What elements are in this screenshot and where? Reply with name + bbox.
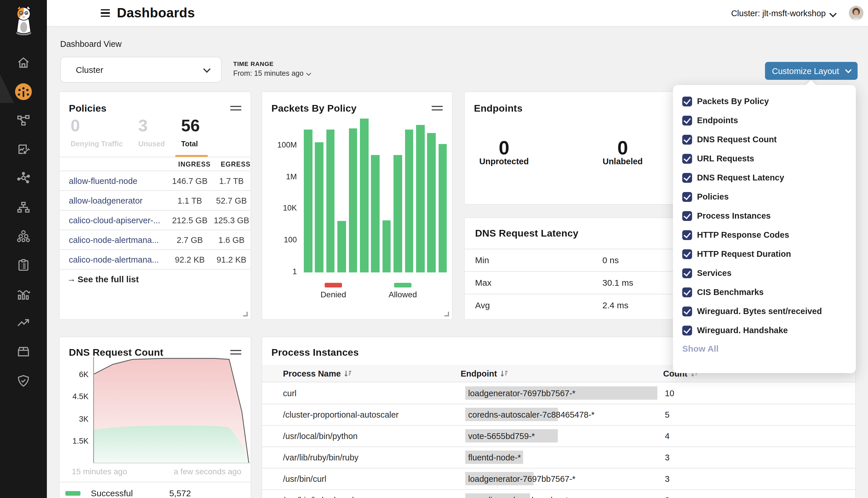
dropdown-item-label: URL Requests <box>697 154 754 163</box>
avatar[interactable] <box>849 6 863 20</box>
shield-check-icon[interactable] <box>17 374 30 388</box>
ingress-value: 146.7 GB <box>172 176 208 186</box>
dropdown-item[interactable]: Wireguard. Bytes sent/received <box>682 306 822 316</box>
checkbox-checked-icon[interactable] <box>682 96 692 106</box>
checkbox-checked-icon[interactable] <box>682 135 692 144</box>
latency-label: Avg <box>475 300 490 310</box>
dropdown-item[interactable]: HTTP Response Codes <box>682 230 789 240</box>
endpoint-value: loadgenerator-7697bb7567-* <box>468 389 575 398</box>
network-graph-icon[interactable] <box>17 172 30 185</box>
card-title: Policies <box>69 103 106 115</box>
dashboards-icon[interactable] <box>14 83 33 101</box>
dropdown-item-label: Services <box>697 268 731 278</box>
policy-link[interactable]: calico-cloud-apiserver-... <box>69 216 160 225</box>
dashboard-view-select[interactable]: Cluster <box>60 57 222 83</box>
cluster-circles-icon[interactable] <box>17 230 30 243</box>
see-full-list-link[interactable]: →See the full list <box>78 274 139 284</box>
checkbox-checked-icon[interactable] <box>682 268 692 278</box>
bar <box>427 133 436 272</box>
dropdown-item[interactable]: Packets By Policy <box>682 96 769 106</box>
time-range-value[interactable]: From: 15 minutes ago <box>233 69 309 78</box>
dropdown-item[interactable]: DNS Request Latency <box>682 173 784 183</box>
checkbox-checked-icon[interactable] <box>682 306 692 316</box>
egress-column-header[interactable]: EGRESS <box>213 161 250 168</box>
time-range-label: TIME RANGE <box>233 60 274 67</box>
dropdown-item-label: Process Instances <box>697 211 771 221</box>
checkbox-checked-icon[interactable] <box>682 173 692 183</box>
process-name-header[interactable]: Process Name <box>283 369 352 378</box>
dropdown-item[interactable]: CIS Benchmarks <box>682 287 764 297</box>
cluster-switcher[interactable]: Cluster: jlt-msft-workshop <box>731 9 826 18</box>
top-header: Dashboards Cluster: jlt-msft-workshop <box>47 0 868 27</box>
drag-handle-icon[interactable] <box>230 350 241 355</box>
card-title: Process Instances <box>271 347 359 358</box>
drag-handle-icon[interactable] <box>230 106 241 110</box>
card-title: DNS Request Latency <box>475 228 578 239</box>
dropdown-item[interactable]: Services <box>682 268 731 278</box>
policy-link[interactable]: allow-loadgenerator <box>69 196 143 205</box>
dropdown-item[interactable]: Policies <box>682 192 729 201</box>
checkbox-checked-icon[interactable] <box>682 230 692 240</box>
bar <box>393 155 402 272</box>
endpoint-value: coredns-autoscaler-7c88465478-* <box>468 410 595 419</box>
dropdown-item[interactable]: Endpoints <box>682 116 738 125</box>
dropdown-item[interactable]: HTTP Request Duration <box>682 249 791 259</box>
ingress-value: 1.1 TB <box>178 196 202 205</box>
checkbox-checked-icon[interactable] <box>682 116 692 125</box>
policy-link[interactable]: calico-node-alertmana... <box>69 255 159 264</box>
egress-value: 125.3 GB <box>214 216 249 225</box>
latency-value: 2.4 ms <box>603 300 629 310</box>
endpoint-value: vote-5655bd759-* <box>468 432 535 441</box>
endpoint-value: fluentd-node-* <box>468 453 521 462</box>
chevron-down-icon <box>845 67 852 74</box>
dropdown-item[interactable]: Wireguard. Handshake <box>682 326 788 335</box>
successful-label: Successful <box>91 488 133 498</box>
flow-metrics-icon[interactable] <box>17 287 30 301</box>
checkbox-checked-icon[interactable] <box>682 287 692 297</box>
dropdown-item[interactable]: DNS Request Count <box>682 135 777 144</box>
bar <box>371 155 380 272</box>
egress-value: 52.7 GB <box>216 196 247 205</box>
customize-layout-button[interactable]: Customize Layout <box>765 62 858 80</box>
y-tick: 1M <box>262 172 297 181</box>
calico-cat-logo <box>12 5 36 37</box>
checkbox-checked-icon[interactable] <box>682 154 692 163</box>
resize-handle[interactable] <box>243 312 248 316</box>
legend-label: Allowed <box>389 290 417 299</box>
show-all-link[interactable]: Show All <box>682 343 719 353</box>
count-value: 4 <box>665 432 670 441</box>
service-graph-icon[interactable] <box>17 143 30 156</box>
stat-label[interactable]: Total <box>181 140 198 148</box>
count-value: 10 <box>665 389 674 398</box>
chevron-down-icon <box>306 71 311 76</box>
trend-icon[interactable] <box>17 316 30 330</box>
endpoint-header[interactable]: Endpoint <box>461 369 508 378</box>
unprotected-count: 0 <box>499 137 509 159</box>
ingress-column-header[interactable]: INGRESS <box>171 161 211 168</box>
process-name: /var/lib/ruby/bin/ruby <box>283 453 359 462</box>
legend-label: Denied <box>321 290 346 299</box>
stat-value: 3 <box>138 116 147 135</box>
hierarchy-icon[interactable] <box>17 201 30 214</box>
drag-handle-icon[interactable] <box>432 106 443 110</box>
package-box-icon[interactable] <box>17 345 30 358</box>
checkbox-checked-icon[interactable] <box>682 249 692 259</box>
page-title: Dashboards <box>117 5 195 21</box>
dropdown-item[interactable]: Process Instances <box>682 211 771 221</box>
checkbox-checked-icon[interactable] <box>682 211 692 221</box>
home-icon[interactable] <box>17 56 30 69</box>
compliance-clipboard-icon[interactable] <box>17 259 30 272</box>
policy-link[interactable]: allow-fluentd-node <box>69 176 138 186</box>
policy-link[interactable]: calico-node-alertmana... <box>69 235 159 245</box>
policy-nodes-icon[interactable] <box>17 114 30 127</box>
count-value: 3 <box>665 474 670 484</box>
menu-icon[interactable] <box>101 9 110 17</box>
bar <box>405 130 413 272</box>
checkbox-checked-icon[interactable] <box>682 326 692 335</box>
resize-handle[interactable] <box>444 312 449 316</box>
process-name: /cluster-proportional-autoscaler <box>283 410 399 419</box>
bar <box>337 221 346 272</box>
dropdown-item[interactable]: URL Requests <box>682 154 754 163</box>
bar <box>304 130 312 272</box>
checkbox-checked-icon[interactable] <box>682 192 692 201</box>
